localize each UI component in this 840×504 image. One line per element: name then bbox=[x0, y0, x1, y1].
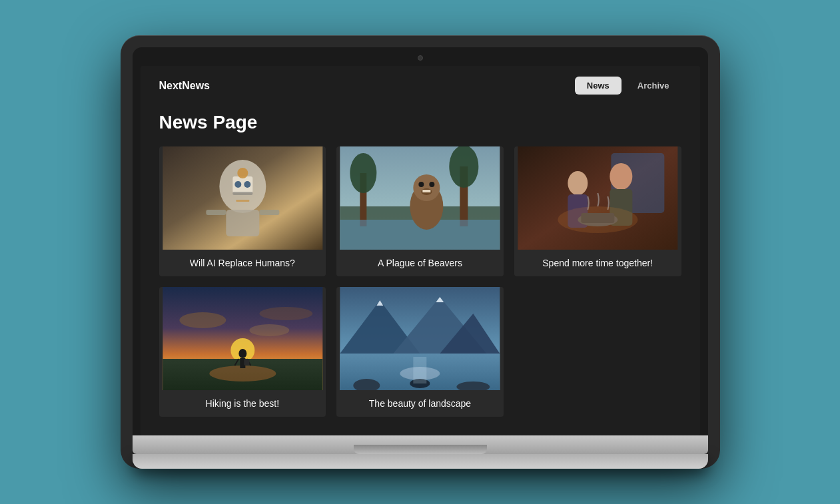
svg-point-36 bbox=[259, 307, 312, 320]
svg-point-37 bbox=[249, 324, 289, 336]
svg-rect-56 bbox=[413, 357, 426, 383]
svg-point-21 bbox=[429, 182, 434, 187]
svg-rect-7 bbox=[206, 210, 226, 215]
news-card-together[interactable]: Spend more time together! bbox=[514, 146, 681, 276]
svg-rect-2 bbox=[226, 210, 259, 236]
news-card-image-landscape bbox=[336, 287, 504, 390]
news-card-beavers[interactable]: A Plague of Beavers bbox=[336, 146, 504, 276]
laptop-screen-bezel: NextNews News Archive News Page bbox=[133, 47, 708, 435]
svg-rect-6 bbox=[232, 192, 252, 195]
svg-point-35 bbox=[179, 312, 226, 328]
news-card-title-ai: Will AI Replace Humans? bbox=[159, 250, 326, 276]
svg-point-26 bbox=[568, 171, 588, 195]
news-card-ai[interactable]: Will AI Replace Humans? bbox=[159, 146, 326, 276]
news-card-image-hiking bbox=[159, 287, 326, 390]
app-logo: NextNews bbox=[159, 80, 210, 92]
news-nav-button[interactable]: News bbox=[575, 77, 622, 95]
app-nav: NextNews News Archive bbox=[141, 66, 700, 105]
news-card-image-beavers bbox=[336, 146, 504, 250]
news-card-image-together bbox=[514, 146, 681, 250]
svg-point-14 bbox=[350, 153, 376, 193]
news-card-title-together: Spend more time together! bbox=[514, 250, 681, 276]
svg-point-4 bbox=[234, 181, 241, 188]
laptop-camera bbox=[418, 55, 423, 61]
svg-rect-8 bbox=[259, 210, 279, 215]
laptop-bottom bbox=[133, 454, 708, 469]
news-card-title-hiking: Hiking is the best! bbox=[159, 390, 326, 417]
archive-nav-button[interactable]: Archive bbox=[626, 77, 681, 95]
laptop-base bbox=[133, 435, 708, 454]
news-card-title-beavers: A Plague of Beavers bbox=[336, 250, 504, 276]
news-card-hiking[interactable]: Hiking is the best! bbox=[159, 287, 326, 417]
laptop-outer: NextNews News Archive News Page bbox=[121, 35, 720, 469]
svg-point-19 bbox=[413, 174, 440, 201]
svg-point-28 bbox=[610, 163, 632, 190]
laptop-screen: NextNews News Archive News Page bbox=[141, 66, 700, 435]
svg-point-9 bbox=[237, 168, 248, 178]
svg-point-5 bbox=[244, 181, 250, 188]
nav-buttons: News Archive bbox=[575, 77, 681, 95]
news-grid: Will AI Replace Humans? bbox=[159, 146, 681, 417]
svg-point-40 bbox=[238, 349, 246, 358]
svg-point-20 bbox=[418, 182, 424, 187]
laptop-wrapper: NextNews News Archive News Page bbox=[121, 35, 720, 469]
svg-rect-23 bbox=[422, 190, 430, 192]
news-card-image-ai bbox=[159, 146, 326, 250]
app-content: News Page bbox=[141, 105, 700, 435]
svg-rect-10 bbox=[236, 200, 249, 202]
news-card-landscape[interactable]: The beauty of landscape bbox=[336, 287, 504, 417]
news-card-title-landscape: The beauty of landscape bbox=[336, 390, 504, 417]
svg-rect-44 bbox=[244, 359, 249, 366]
svg-point-16 bbox=[449, 146, 478, 188]
svg-point-32 bbox=[558, 206, 637, 233]
page-title: News Page bbox=[159, 112, 681, 133]
laptop-hinge bbox=[354, 445, 487, 454]
